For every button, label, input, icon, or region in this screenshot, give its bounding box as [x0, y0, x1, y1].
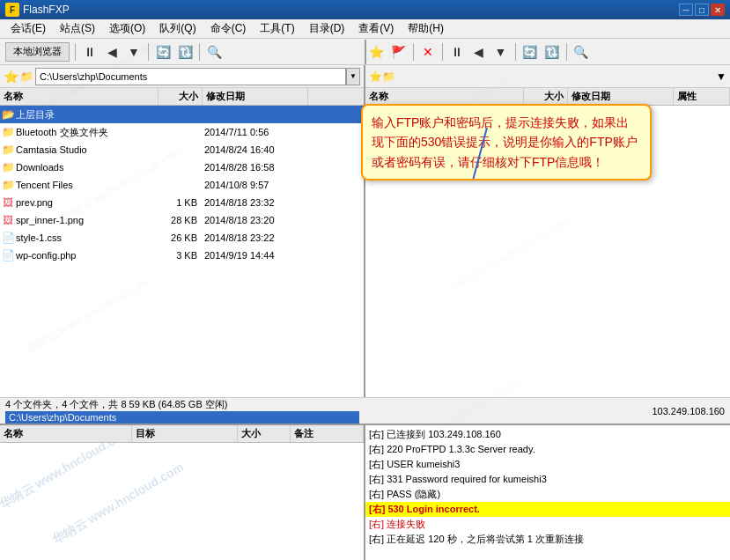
- toolbar-sep-6: [515, 43, 516, 61]
- status-right: 103.249.108.160: [365, 398, 730, 424]
- app-icon: F: [5, 3, 19, 17]
- file-size: 28 KB: [157, 215, 201, 225]
- file-name: Bluetooth 交换文件夹: [16, 126, 157, 139]
- right-col-attr[interactable]: 属性: [674, 88, 730, 105]
- left-file-item[interactable]: 📁Camtasia Studio2014/8/24 16:40: [0, 141, 364, 158]
- queue-panel: 名称 目标 大小 备注 华纳云 www.hncloud.com 华纳云 www.…: [0, 425, 365, 560]
- left-file-item[interactable]: 🖼spr_inner-1.png28 KB2014/8/18 23:20: [0, 211, 364, 229]
- minimize-button[interactable]: ─: [679, 4, 693, 16]
- right-bookmark-icon[interactable]: ⭐: [369, 70, 382, 83]
- refresh-left-button[interactable]: 🔄: [152, 41, 173, 63]
- file-date: 2014/7/11 0:56: [201, 127, 364, 137]
- menu-view[interactable]: 查看(V): [351, 19, 401, 38]
- file-icon: 📂: [0, 108, 16, 121]
- watermark-queue-1: 华纳云 www.hncloud.com: [0, 443, 134, 512]
- sync-button[interactable]: 🔃: [174, 41, 195, 63]
- title-bar: F FlashFXP ─ □ ✕: [0, 0, 730, 19]
- queue-col-target[interactable]: 目标: [132, 425, 238, 442]
- status-path: C:\Users\zhp\Documents: [5, 411, 359, 424]
- menu-site[interactable]: 站点(S): [53, 19, 102, 38]
- left-file-item[interactable]: 📁Downloads2014/8/28 16:58: [0, 158, 364, 176]
- nav-right-dropdown[interactable]: ▼: [490, 41, 512, 63]
- bookmark-right-button[interactable]: ⭐: [366, 41, 387, 63]
- left-panel: ⭐ 📁 ▼ 名称 大小 修改日期 📂上层目录📁Bluetooth 交换文件夹20…: [0, 65, 365, 397]
- window-controls: ─ □ ✕: [679, 4, 725, 16]
- toolbar-right: ⭐ 🚩 ✕ ⏸ ◀ ▼ 🔄 🔃 🔍: [366, 41, 727, 63]
- file-icon: 📁: [0, 161, 16, 173]
- left-file-item[interactable]: 📂上层目录: [0, 106, 364, 123]
- toolbar-sep-1: [75, 43, 76, 61]
- refresh-right-button[interactable]: 🔄: [520, 41, 541, 63]
- left-col-size[interactable]: 大小: [159, 88, 203, 105]
- log-entry: [右] 530 Login incorrect.: [365, 502, 730, 517]
- file-name: wp-config.php: [16, 250, 157, 261]
- left-address-dropdown[interactable]: ▼: [346, 68, 360, 85]
- log-entry: [右] 正在延迟 120 秒，之后将尝试第 1 次重新连接: [365, 532, 730, 547]
- menu-directory[interactable]: 目录(D): [302, 19, 352, 38]
- toolbar-sep-2: [148, 43, 149, 61]
- find-button[interactable]: 🔍: [203, 41, 225, 63]
- menu-options[interactable]: 选项(O): [102, 19, 152, 38]
- toolbar-sep-5: [442, 43, 443, 61]
- left-file-item[interactable]: 📁Bluetooth 交换文件夹2014/7/11 0:56: [0, 123, 364, 141]
- local-browser-button[interactable]: 本地浏览器: [5, 42, 70, 62]
- file-name: Tencent Files: [16, 180, 157, 190]
- stop-button[interactable]: ⏸: [79, 41, 100, 63]
- menu-bar: 会话(E) 站点(S) 选项(O) 队列(Q) 命令(C) 工具(T) 目录(D…: [0, 19, 730, 39]
- left-address-bar: ⭐ 📁 ▼: [0, 65, 364, 88]
- right-status-ip: 103.249.108.160: [652, 406, 725, 416]
- left-col-name[interactable]: 名称: [0, 88, 159, 105]
- maximize-button[interactable]: □: [695, 4, 709, 16]
- file-name: Downloads: [16, 162, 157, 173]
- left-file-list: 📂上层目录📁Bluetooth 交换文件夹2014/7/11 0:56📁Camt…: [0, 106, 364, 397]
- file-date: 2014/8/18 23:20: [201, 215, 364, 225]
- toolbar-sep-3: [199, 43, 200, 61]
- file-name: Camtasia Studio: [16, 144, 157, 155]
- window-title: FlashFXP: [23, 4, 70, 16]
- toolbar-sep-7: [566, 43, 567, 61]
- right-address-dropdown[interactable]: ▼: [716, 70, 726, 83]
- left-col-date[interactable]: 修改日期: [203, 88, 308, 105]
- flag-button[interactable]: 🚩: [388, 41, 409, 63]
- watermark-queue-2: 华纳云 www.hncloud.com: [50, 460, 187, 548]
- queue-col-size[interactable]: 大小: [238, 425, 291, 442]
- pause-right-button[interactable]: ⏸: [446, 41, 468, 63]
- left-address-input[interactable]: [35, 68, 346, 85]
- find-right-button[interactable]: 🔍: [571, 41, 592, 63]
- left-file-item[interactable]: 📄wp-config.php3 KB2014/9/19 14:44: [0, 247, 364, 264]
- delete-button[interactable]: ✕: [417, 41, 439, 63]
- log-entry: [右] PASS (隐藏): [365, 487, 730, 502]
- left-file-item[interactable]: 📄style-1.css26 KB2014/8/18 23:22: [0, 229, 364, 247]
- log-entry: [右] 220 ProFTPD 1.3.3c Server ready.: [365, 442, 730, 457]
- queue-col-note[interactable]: 备注: [291, 425, 364, 442]
- nav-dropdown-button[interactable]: ▼: [123, 41, 144, 63]
- close-button[interactable]: ✕: [711, 4, 725, 16]
- right-col-name[interactable]: 名称: [365, 88, 524, 105]
- log-entry: [右] USER kumeishi3: [365, 457, 730, 472]
- file-icon: 📁: [0, 126, 16, 138]
- menu-help[interactable]: 帮助(H): [401, 19, 451, 38]
- left-file-item[interactable]: 📁Tencent Files2014/10/8 9:57: [0, 176, 364, 194]
- log-entry: [右] 331 Password required for kumeishi3: [365, 472, 730, 487]
- left-folder-icon: 📁: [20, 70, 33, 83]
- queue-header: 名称 目标 大小 备注: [0, 425, 364, 443]
- left-file-item[interactable]: 🖼prev.png1 KB2014/8/18 23:32: [0, 194, 364, 211]
- menu-command[interactable]: 命令(C): [203, 19, 254, 38]
- sync-right-button[interactable]: 🔃: [542, 41, 563, 63]
- menu-session[interactable]: 会话(E): [4, 19, 53, 38]
- right-folder-icon: 📁: [382, 70, 395, 83]
- toolbar: 本地浏览器 ⏸ ◀ ▼ 🔄 🔃 🔍 ⭐ 🚩 ✕ ⏸ ◀ ▼ 🔄 🔃 🔍: [0, 39, 730, 65]
- menu-queue[interactable]: 队列(Q): [152, 19, 203, 38]
- file-icon: 🖼: [0, 196, 16, 209]
- back-button[interactable]: ◀: [101, 41, 122, 63]
- file-icon: 📄: [0, 232, 16, 244]
- file-icon: 📁: [0, 179, 16, 191]
- right-col-date[interactable]: 修改日期: [568, 88, 674, 105]
- left-file-header: 名称 大小 修改日期: [0, 88, 364, 106]
- left-bookmark-icon[interactable]: ⭐: [4, 70, 18, 84]
- back-right-button[interactable]: ◀: [468, 41, 490, 63]
- right-col-size[interactable]: 大小: [524, 88, 568, 105]
- file-name: style-1.css: [16, 232, 157, 243]
- menu-tools[interactable]: 工具(T): [253, 19, 301, 38]
- queue-col-name[interactable]: 名称: [0, 425, 132, 442]
